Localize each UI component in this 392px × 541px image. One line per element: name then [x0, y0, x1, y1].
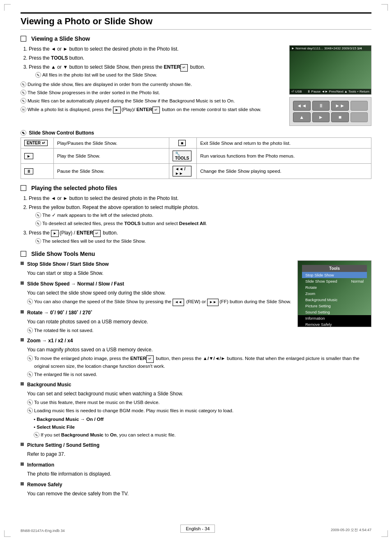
bullet-content-stop: Stop Slide Show / Start Slide Show You c… — [27, 260, 293, 279]
section-header-tools: Slide Show Tools Menu — [21, 251, 371, 257]
photo-preview-top-bar: ► Normal day/1111... 3048×2432 2009/3/15… — [290, 46, 371, 51]
note-icon-step3: ✎ — [35, 72, 41, 78]
step-2: Press the TOOLS button. — [29, 54, 283, 62]
remote-buttons-grid-2: ▲ ► ■ — [293, 112, 368, 122]
bullet-square-zoom — [21, 338, 24, 341]
remote-btn-pause[interactable]: ⏸ — [312, 101, 330, 111]
tools-menu-title-text: Tools — [302, 265, 367, 272]
note-icon-p2b: ✎ — [35, 221, 41, 226]
section-title-viewing: Viewing a Slide Show — [31, 35, 90, 42]
section-playing-selected: Playing the selected photo files Press t… — [21, 185, 371, 245]
tools-item-rotate: Rotate — [302, 284, 367, 290]
bullet-content-zoom: Zoom → x1 / x2 / x4 You can magnify phot… — [27, 337, 371, 379]
playing-step2-note1: ✎ The ✓ mark appears to the left of the … — [35, 212, 371, 219]
note-3: ✎ Music files can be automatically playe… — [21, 98, 283, 104]
top-content-area: Press the ◄ or ► button to select the de… — [21, 45, 371, 126]
bullet-information: Information The photo file information i… — [21, 461, 371, 479]
bullet-content-rotate: Rotate → 0˚/ 90˚ / 180˚ / 270˚ You can r… — [27, 309, 293, 335]
footer-date: 2009-05-20 오전 4:54:47 — [331, 527, 371, 533]
right-content: ► Normal day/1111... 3048×2432 2009/3/15… — [289, 45, 371, 126]
viewing-steps-list: Press the ◄ or ► button to select the de… — [29, 45, 283, 79]
tools-item-info: Information — [302, 315, 367, 321]
page-wrapper: Viewing a Photo or Slide Show Viewing a … — [0, 0, 392, 541]
ctrl-icon-3: ⏸ — [21, 164, 54, 179]
bullet-square-remove — [21, 482, 24, 485]
note-icon-rotate: ✎ — [27, 327, 33, 333]
note-icon-ctrl: ✎ — [21, 130, 26, 136]
bgm-note-1: ✎ To use this feature, there must be mus… — [27, 399, 371, 406]
note-icon-2: ✎ — [21, 90, 26, 95]
note-4: N While a photo list is displayed, press… — [21, 106, 283, 114]
remote-btn-up[interactable]: ▲ — [293, 112, 311, 122]
remote-btn-empty1 — [350, 101, 368, 111]
footer-left: BN68-02147A-Eng.indb 34 — [21, 529, 65, 533]
note-icon-3: ✎ — [21, 98, 26, 104]
bgm-sub-2: • Select Music File — [27, 424, 371, 431]
note-icon-1: ✎ — [21, 81, 26, 87]
bgm-sub-1: • Background Music → On / Off — [27, 416, 371, 423]
remote-btn-ff[interactable]: ►► — [331, 101, 349, 111]
checkbox-icon-playing — [21, 185, 26, 191]
ctrl-row-3: ⏸ Pause the Slide Show. ◄◄ / ►► Change t… — [21, 164, 371, 179]
step-1: Press the ◄ or ► button to select the de… — [29, 45, 283, 53]
speed-btn: ◄◄ / ►► — [173, 166, 191, 176]
ctrl-icon-2b: 🔧 TOOLS — [169, 149, 196, 164]
checkbox-icon-tools — [21, 251, 26, 257]
section-header-playing: Playing the selected photo files — [21, 185, 371, 191]
section-header-viewing: Viewing a Slide Show — [21, 35, 371, 42]
note-icon-bgm2: ✎ — [27, 408, 33, 413]
tools-item-remove: Remove Safely — [302, 321, 367, 327]
remote-btn-stop[interactable]: ■ — [331, 112, 349, 122]
remote-btn-rew[interactable]: ◄◄ — [293, 101, 311, 111]
remote-btn-empty2 — [350, 112, 368, 122]
rew-icon: ◄◄ — [173, 299, 184, 306]
pause-btn: ⏸ — [24, 168, 33, 174]
corner-mark-tr — [381, 4, 388, 11]
rotate-note: ✎ The rotated file is not saved. — [27, 327, 293, 334]
section-viewing-slide-show: Viewing a Slide Show Press the ◄ or ► bu… — [21, 35, 371, 179]
bullet-speed: Slide Show Speed → Normal / Slow / Fast … — [21, 280, 293, 307]
bullet-zoom: Zoom → x1 / x2 / x4 You can magnify phot… — [21, 337, 371, 379]
note-icon-zoom2: ✎ — [27, 372, 33, 377]
ff-icon: ►► — [207, 299, 219, 306]
bullet-square-stop — [21, 262, 24, 265]
photo-preview-bottom-bar: ⏎ USB ⏸ Pause ◄► Prev/Next ▲ Tools ↩ Ret… — [290, 89, 371, 94]
note-icon-4: N — [21, 107, 26, 112]
section-title-tools: Slide Show Tools Menu — [31, 251, 95, 257]
zoom-note-2: ✎ The enlarged file is not saved. — [27, 371, 371, 378]
ctrl-label-2b: Run various functions from the Photo men… — [197, 149, 371, 164]
enter-icon-inline: ↵ — [152, 107, 160, 114]
bullet-square-picture — [21, 443, 24, 446]
remote-btn-play[interactable]: ► — [312, 112, 330, 122]
remote-buttons-grid: ◄◄ ⏸ ►► — [293, 101, 368, 111]
zoom-note-1: ✎ To move the enlarged photo image, pres… — [27, 355, 371, 370]
tools-btn: 🔧 TOOLS — [173, 151, 191, 161]
tools-overlay: Tools Stop Slide Show Slide Show SpeedNo… — [302, 265, 367, 327]
bullet-remove-safely: Remove Safely You can remove the device … — [21, 481, 371, 499]
enter-icon-step3: ↵ — [93, 230, 101, 237]
bgm-note-2: ✎ Loading music files is needed to chang… — [27, 407, 371, 414]
ctrl-label-3b: Change the Slide Show playing speed. — [197, 164, 371, 179]
control-buttons-table: ENTER ↵ Play/Pauses the Slide Show. ■ Ex… — [21, 137, 371, 179]
bullet-content-bgm: Background Music You can set and select … — [27, 381, 371, 440]
playing-step-2: Press the yellow button. Repeat the abov… — [29, 204, 371, 228]
remote-control-area: ◄◄ ⏸ ►► ▲ ► ■ — [289, 97, 371, 126]
bgm-sub-note: ✎ If you set Background Music to On, you… — [27, 432, 371, 439]
note-icon-bgm1: ✎ — [27, 399, 33, 405]
left-content: Press the ◄ or ► button to select the de… — [21, 45, 283, 126]
play-icon-step3: ► — [51, 230, 59, 237]
step-3: Press the ▲ or ▼ button to select Slide … — [29, 63, 283, 79]
corner-mark-tl — [4, 4, 11, 11]
stop-btn: ■ — [178, 140, 186, 146]
tools-item-picture: Picture Setting — [302, 303, 367, 309]
bullet-stop: Stop Slide Show / Start Slide Show You c… — [21, 260, 293, 279]
ctrl-row-2: ► Play the Slide Show. 🔧 TOOLS Run vario… — [21, 149, 371, 164]
enter-icon-1: ↵ — [180, 64, 188, 72]
bullet-picture-sound: Picture Setting / Sound Setting Refer to… — [21, 441, 371, 460]
ctrl-icon-1b: ■ — [169, 138, 196, 149]
page-title: Viewing a Photo or Slide Show — [21, 16, 371, 30]
ctrl-icon-1: ENTER ↵ — [21, 138, 54, 149]
ctrl-label-1: Play/Pauses the Slide Show. — [54, 138, 169, 149]
tools-bg-photo: Tools Stop Slide Show Slide Show SpeedNo… — [298, 261, 371, 327]
enter-btn: ENTER ↵ — [24, 140, 48, 146]
